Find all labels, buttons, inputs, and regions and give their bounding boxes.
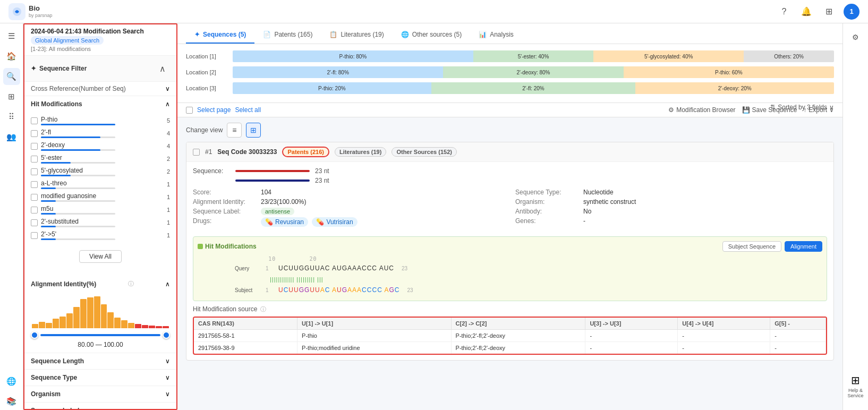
tab-literatures[interactable]: 📋 Literatures (19) [321,27,392,44]
hit-mod-row-9: 2'->5' 1 [31,229,170,242]
mod-source-title: Hit Modification source [193,305,257,313]
hit-mod-checkbox-6[interactable] [31,194,38,201]
tab-analysis[interactable]: 📊 Analysis [470,27,522,44]
hit-mod-item: P-thio 5 [31,114,170,127]
drug-vutrisiran-label: Vutrisiran [326,218,353,226]
drug-vutrisiran[interactable]: 💊 Vutrisiran [312,217,357,227]
hit-mod-checkbox-7[interactable] [31,207,38,213]
hit-mod-checkbox-0[interactable] [31,117,38,124]
change-view-row: Change view ≡ ⊞ [186,123,834,138]
seq-length-header[interactable]: Sequence Length ∨ [24,353,176,369]
table-cell-1-4: - [678,341,770,354]
mod-source-table-wrap: CAS RN(143) U[1] -> U[1] C[2] -> C[2] U[… [193,317,827,355]
seq-label-header[interactable]: Sequence Label ∨ [24,403,176,410]
lit-badge[interactable]: Literatures (19) [335,147,386,157]
hit-mod-row-4: 5'-glycosylated 2 [31,165,170,178]
alignment-btn[interactable]: Alignment [785,241,822,252]
grid-view-btn[interactable]: ⊞ [246,123,261,138]
filter-panel-title: ✦ Sequence Filter [31,65,87,72]
match-row: |||||||||||| ||||||||| ||| [270,275,822,285]
hit-mod-checkbox-3[interactable] [31,156,38,163]
hit-mod-checkbox-9[interactable] [31,232,38,239]
bar-seg-2-1: 2'-fl: 20% [431,82,636,94]
sidebar-book-icon[interactable]: 📚 [3,393,20,410]
align-id-label: Alignment Identity(%) [31,280,96,288]
sidebar-globe-icon[interactable]: 🌐 [3,373,20,390]
tab-patents[interactable]: 📄 Patents (165) [254,27,321,44]
bar-seg-0-0: P-thio: 80% [233,50,473,62]
sidebar-menu-icon[interactable]: ☰ [3,28,20,45]
drug-revusiran[interactable]: 💊 Revusiran [261,217,308,227]
table-cell-1-0: 2917569-38-9 [194,341,297,354]
patents-badge[interactable]: Patents (216) [282,147,329,157]
grid-icon-btn[interactable]: ⊞ [821,4,836,19]
hit-mod-dot [198,244,203,249]
filter-panel-header: ✦ Sequence Filter ∧ [24,56,176,82]
table-cell-0-0: 2917565-58-1 [194,329,297,341]
align-id-section: 80.00 — 100.00 [24,292,176,353]
tab-sequences[interactable]: ✦ Sequences (5) [186,27,254,44]
mod-source-table: CAS RN(143) U[1] -> U[1] C[2] -> C[2] U[… [194,318,826,354]
view-all-button[interactable]: View All [79,250,122,263]
sidebar-search-icon[interactable]: 🔍 [3,68,20,85]
hit-mod-name-0: P-thio [41,116,115,125]
other-badge[interactable]: Other Sources (152) [392,147,457,157]
hit-mod-header[interactable]: Hit Modifications ∧ [24,96,176,112]
range-slider-left-thumb[interactable] [31,331,38,339]
histogram-bar [53,319,59,328]
tabs-row: ✦ Sequences (5) 📄 Patents (165) 📋 Litera… [186,27,834,44]
select-page-link[interactable]: Select page [197,106,231,114]
user-avatar[interactable]: 1 [844,4,860,20]
range-slider [31,331,170,339]
right-config-icon[interactable]: ⚙ [846,28,865,47]
align-id-chevron: ∧ [165,280,170,288]
filter-collapse-icon[interactable]: ∧ [155,61,170,76]
sidebar-grid2-icon[interactable]: ⊞ [3,88,20,105]
location-label-0: Location [1] [186,53,228,59]
sort-icon: ⇅ [770,104,776,111]
range-slider-right-thumb[interactable] [163,331,170,339]
seq-type-value: Nucleotide [583,189,614,196]
th-u1: U[1] -> U[1] [297,318,451,330]
notification-icon-btn[interactable]: 🔔 [799,4,814,19]
help-icon-btn[interactable]: ? [777,4,792,19]
mod-browser-btn[interactable]: ⚙ Modification Browser [668,106,735,114]
hit-mod-checkbox-5[interactable] [31,181,38,188]
result-checkbox[interactable] [193,149,200,156]
hit-mod-checkbox-8[interactable] [31,219,38,226]
hit-mod-checkbox-1[interactable] [31,130,38,137]
change-view-label: Change view [186,126,223,134]
toolbar-row: Select page Select all ⚙ Modification Br… [177,103,843,117]
hit-mod-row-2: 2'-deoxy 4 [31,140,170,152]
table-cell-0-1: P-thio [297,329,451,341]
sidebar-users-icon[interactable]: 👥 [3,129,20,146]
sidebar-home-icon[interactable]: 🏠 [3,48,20,65]
table-row: 2917569-38-9P-thio;modified uridineP-thi… [194,341,826,354]
list-view-btn[interactable]: ≡ [227,123,242,138]
organism-label: Organism: [515,198,579,206]
hit-mod-checkbox-2[interactable] [31,143,38,150]
hit-mod-count-4: 2 [163,168,170,175]
hit-mod-checkbox-4[interactable] [31,168,38,175]
hit-mod-title-text: Hit Modifications [205,243,257,250]
help-service-btn[interactable]: ⊞ Help &Service [844,371,866,402]
organism-header[interactable]: Organism ∨ [24,386,176,402]
hit-mod-count-1: 4 [163,130,170,136]
select-page-checkbox[interactable] [186,107,193,114]
hit-mod-count-3: 2 [163,156,170,162]
hit-mod-name-5: a-L-threo [41,180,115,189]
seq-type-header[interactable]: Sequence Type ∨ [24,370,176,386]
select-all-link[interactable]: Select all [235,106,261,114]
align-id-header[interactable]: Alignment Identity(%) ⓘ ∧ [24,276,176,292]
cross-ref-chevron[interactable]: ∨ [165,85,170,92]
bar-seg-0-3: Others: 20% [744,50,834,62]
th-g5: G[5] - [770,318,826,330]
tab-patents-label: Patents (165) [274,31,312,38]
subject-seq-btn[interactable]: Subject Sequence [722,241,781,252]
breadcrumb-tag: Global Alignment Search [31,36,104,45]
sort-fields[interactable]: ⇅ Sorted by 3 fields ∨ [770,104,834,111]
sidebar-list-icon[interactable]: ⠿ [3,108,20,125]
hit-mod-item: a-L-threo 1 [31,178,170,191]
seq-nt-1: 23 nt [315,167,329,175]
tab-other-sources[interactable]: 🌐 Other sources (5) [393,27,470,44]
